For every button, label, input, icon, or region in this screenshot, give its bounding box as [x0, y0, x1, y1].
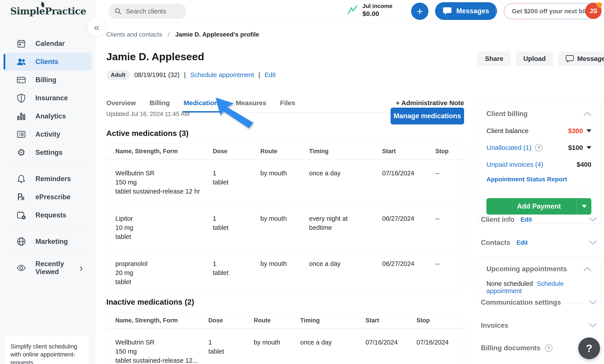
chevron-down-icon[interactable] [589, 217, 597, 222]
col-route: Route [260, 147, 309, 155]
sidebar-item-label: Billing [36, 76, 56, 84]
bar-chart-icon [16, 111, 26, 121]
sidebar-item-recently-viewed[interactable]: Recently Viewed › [3, 259, 92, 277]
med-stop: 07/16/2024 [416, 338, 464, 364]
help-button[interactable]: ? [578, 338, 600, 359]
schedule-appointment-link[interactable]: Schedule appointment [190, 71, 254, 79]
med-start: 06/27/2024 [382, 214, 435, 241]
avatar-initials: JS [589, 7, 598, 15]
scheduling-promo-card: Simplify client scheduling with online a… [4, 336, 89, 364]
credit-card-icon [16, 75, 26, 85]
sidebar: SimplePractice Calendar Clients Billing … [0, 0, 95, 364]
col-route: Route [254, 316, 300, 325]
share-button[interactable]: Share [477, 51, 511, 66]
add-payment-dropdown[interactable] [577, 198, 591, 214]
sidebar-item-requests[interactable]: Requests [3, 206, 92, 224]
sidebar-item-billing[interactable]: Billing [3, 71, 92, 89]
tab-medications[interactable]: Medications [184, 99, 222, 112]
sidebar-item-label: Analytics [36, 112, 66, 120]
tab-billing[interactable]: Billing [150, 99, 170, 112]
messages-button[interactable]: Messages [435, 2, 497, 20]
sidebar-item-reminders[interactable]: Reminders [3, 170, 92, 188]
help-circle-icon[interactable]: ? [545, 344, 553, 352]
calendar-icon [16, 39, 26, 49]
breadcrumb-current: Jamie D. Appleseed's profile [175, 31, 259, 38]
med-timing: once a day [300, 338, 365, 347]
chevron-up-icon[interactable] [583, 111, 591, 116]
upcoming-appointments-title: Upcoming appointments [486, 265, 567, 273]
edit-client-link[interactable]: Edit [264, 71, 276, 79]
unallocated-value[interactable]: $100 [568, 144, 591, 151]
med-strength: 20 mg [115, 268, 213, 277]
sidebar-item-settings[interactable]: ⚙ Settings [3, 143, 92, 162]
sidebar-divider [7, 166, 88, 166]
meta-separator: | [184, 71, 186, 79]
med-timing: bedtime [309, 223, 382, 232]
manage-medications-button[interactable]: Manage medications [390, 108, 464, 125]
unallocated-link[interactable]: Unallocated (1) [486, 144, 531, 151]
sidebar-item-label: Clients [36, 58, 58, 66]
age-badge: Adult [106, 70, 130, 80]
sidebar-item-calendar[interactable]: Calendar [3, 35, 92, 53]
tab-measures[interactable]: Measures [236, 99, 266, 112]
tab-overview[interactable]: Overview [106, 99, 136, 112]
med-name: Wellbutrin SR [115, 338, 208, 347]
add-payment-label: Add Payment [486, 202, 577, 210]
med-form: tablet [115, 277, 213, 287]
sidebar-item-label: Settings [36, 149, 63, 157]
sidebar-item-eprescribe[interactable]: ℞ ePrescribe [3, 188, 92, 206]
unpaid-invoices-link[interactable]: Unpaid invoices (4) [486, 161, 543, 168]
referral-promo-button[interactable]: Get $200 off your next bill [504, 3, 596, 19]
add-payment-button[interactable]: Add Payment [486, 198, 591, 214]
profile-tabs: Overview Billing Medications Measures Fi… [106, 99, 295, 112]
income-summary[interactable]: Jul income $0.00 [347, 3, 392, 17]
chevron-down-icon[interactable] [589, 323, 597, 328]
tab-files[interactable]: Files [280, 99, 295, 112]
message-button[interactable]: Message [558, 51, 604, 66]
sidebar-item-marketing[interactable]: Marketing [3, 232, 92, 251]
sidebar-item-clients[interactable]: Clients [3, 53, 92, 71]
client-info-edit-link[interactable]: Edit [521, 216, 532, 223]
med-route: by mouth [260, 259, 309, 287]
med-strength: 150 mg [115, 178, 213, 187]
sidebar-item-activity[interactable]: Activity [3, 125, 92, 143]
contacts-section: Contacts Edit [481, 239, 597, 247]
med-strength: 10 mg [115, 223, 213, 232]
administrative-note-button[interactable]: + Administrative Note [396, 99, 464, 107]
breadcrumb-parent[interactable]: Clients and contacts [106, 31, 162, 38]
sidebar-item-analytics[interactable]: Analytics [3, 107, 92, 125]
search-input[interactable]: Search clients [109, 4, 187, 19]
med-dose: 1 [213, 214, 260, 223]
sidebar-item-insurance[interactable]: Insurance [3, 89, 92, 107]
notification-dot [597, 2, 602, 8]
chevron-down-icon[interactable] [589, 240, 597, 245]
appointment-status-report-link[interactable]: Appointment Status Report [486, 176, 567, 183]
sidebar-collapse-button[interactable]: « [87, 18, 106, 37]
create-new-button[interactable]: + [411, 3, 428, 20]
upcoming-appointments-card: Upcoming appointments None scheduled Sch… [477, 257, 601, 303]
chevron-down-icon[interactable] [589, 300, 597, 305]
caret-down-icon [587, 129, 591, 132]
none-scheduled-text: None scheduled [486, 280, 533, 287]
sidebar-item-label: Requests [36, 211, 66, 219]
client-meta-row: Adult 08/19/1991 (32) | Schedule appoint… [106, 70, 276, 80]
chevron-up-icon[interactable] [583, 267, 591, 271]
upload-button[interactable]: Upload [516, 51, 553, 66]
client-dob: 08/19/1991 (32) [134, 71, 180, 79]
sidebar-nav: Calendar Clients Billing Insurance Analy… [0, 35, 95, 277]
col-stop: Stop [416, 316, 464, 325]
col-start: Start [382, 147, 435, 155]
chevron-right-icon: › [79, 263, 83, 273]
help-circle-icon[interactable]: ? [535, 144, 542, 151]
client-balance-value[interactable]: $300 [568, 127, 591, 135]
communication-settings-title: Communication settings [481, 299, 561, 306]
sidebar-item-label: Recently Viewed [36, 260, 70, 276]
unpaid-invoices-value: $400 [577, 161, 591, 168]
medication-row: Lipitor10 mgtablet 1tablet by mouth ever… [106, 205, 464, 250]
avatar[interactable]: JS [585, 3, 602, 19]
contacts-edit-link[interactable]: Edit [516, 239, 528, 246]
col-start: Start [365, 316, 416, 325]
client-billing-card: Client billing Client balance $300 Unall… [477, 102, 601, 223]
gear-icon: ⚙ [16, 148, 26, 157]
caret-down-icon [582, 205, 587, 208]
